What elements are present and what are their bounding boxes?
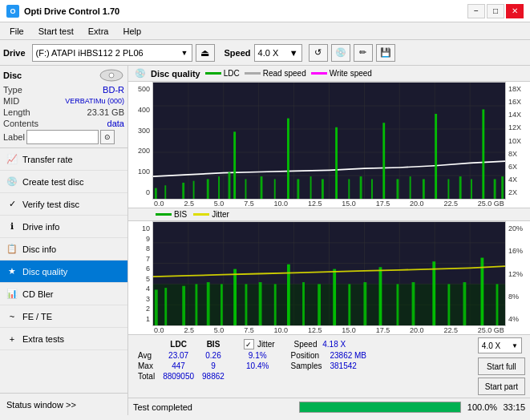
disc-mid-label: MID: [3, 96, 19, 106]
sidebar-item-create-test-disc[interactable]: 💿 Create test disc: [0, 171, 127, 193]
speed-selector[interactable]: 4.0 X ▼: [254, 44, 302, 62]
jitter-label: Jitter: [257, 340, 275, 349]
sidebar-item-drive-info-label: Drive info: [22, 222, 59, 232]
total-row-label: Total: [135, 372, 158, 381]
max-jitter-value: 10.4%: [237, 361, 278, 370]
svg-rect-41: [459, 176, 462, 199]
sidebar-item-verify-test-disc[interactable]: ✓ Verify test disc: [0, 193, 127, 216]
bottom-chart-area: [152, 221, 506, 326]
speed-combo-control[interactable]: 4.0 X ▼: [478, 337, 522, 353]
menu-start-test[interactable]: Start test: [32, 25, 80, 38]
disc-type-value: BD-R: [103, 85, 124, 95]
sidebar-item-extra-tests[interactable]: + Extra tests: [0, 328, 127, 350]
legend-bis-color: [156, 213, 172, 216]
disc-label-input[interactable]: [26, 130, 99, 144]
legend-write-speed-color: [311, 72, 327, 75]
svg-rect-43: [482, 109, 484, 199]
start-part-button[interactable]: Start part: [478, 378, 525, 395]
label-browse-button[interactable]: ⊙: [100, 130, 115, 144]
svg-rect-60: [153, 284, 505, 325]
status-window-label: Status window >>: [6, 400, 76, 410]
drive-toolbar: Drive (F:) ATAPI iHBS112 2 PL06 ▼ ⏏ Spee…: [0, 40, 530, 66]
svg-rect-84: [496, 284, 499, 325]
eject-icon: ⏏: [200, 47, 209, 59]
disc-info-panel: Disc Type BD-R MID VERBATIMu (000) Lengt…: [0, 66, 127, 148]
disc-contents-field: Contents data: [3, 119, 124, 128]
speed-label: Speed: [225, 48, 251, 58]
sidebar-item-disc-quality[interactable]: ★ Disc quality: [0, 260, 127, 283]
sidebar-item-fe-te[interactable]: ~ FE / TE: [0, 305, 127, 328]
sidebar-item-disc-info[interactable]: 📋 Disc info: [0, 238, 127, 260]
svg-rect-26: [274, 179, 276, 199]
svg-rect-18: [182, 183, 184, 199]
save-icon: 💾: [380, 47, 391, 58]
legend-read-speed-color: [245, 72, 261, 75]
svg-rect-62: [164, 288, 167, 325]
minimize-button[interactable]: −: [467, 4, 485, 18]
disc-button[interactable]: 💿: [331, 44, 350, 62]
menu-help[interactable]: Help: [116, 25, 148, 38]
sidebar-item-drive-info[interactable]: ℹ Drive info: [0, 216, 127, 238]
svg-rect-27: [287, 119, 289, 199]
svg-rect-82: [463, 282, 467, 325]
max-row-label: Max: [135, 361, 158, 370]
svg-rect-65: [207, 282, 210, 325]
write-button[interactable]: ✏: [354, 44, 373, 62]
app-icon: O: [6, 5, 19, 18]
status-text: Test completed: [133, 402, 294, 412]
sidebar-item-verify-test-disc-label: Verify test disc: [22, 200, 79, 209]
svg-rect-36: [396, 179, 399, 199]
disc-quality-icon: ★: [6, 266, 18, 277]
disc-contents-label: Contents: [3, 119, 38, 128]
menu-file[interactable]: File: [3, 25, 30, 38]
legend-bis-label: BIS: [174, 210, 187, 219]
start-full-button[interactable]: Start full: [478, 357, 525, 375]
svg-rect-32: [348, 179, 350, 199]
status-window-button[interactable]: Status window >>: [0, 393, 127, 415]
speed-combo-value: 4.0 X: [482, 341, 500, 350]
bottom-chart-x-labels: 0.0 2.5 5.0 7.5 10.0 12.5 15.0 17.5 20.0…: [152, 326, 506, 334]
ldc-column-header: LDC: [160, 339, 197, 349]
disc-mid-field: MID VERBATIMu (000): [3, 96, 124, 106]
svg-rect-21: [218, 176, 220, 199]
eject-button[interactable]: ⏏: [196, 44, 215, 62]
elapsed-time: 33:15: [503, 402, 525, 412]
title-bar-left: O Opti Drive Control 1.70: [6, 5, 119, 18]
menu-extra[interactable]: Extra: [82, 25, 115, 38]
disc-mid-value: VERBATIMu (000): [65, 97, 124, 105]
svg-rect-80: [432, 261, 435, 325]
svg-rect-35: [382, 123, 385, 199]
svg-rect-69: [259, 282, 262, 325]
close-button[interactable]: ✕: [506, 4, 524, 18]
disc-panel-header: Disc: [3, 69, 124, 82]
jitter-section: ✓ Jitter: [244, 339, 275, 349]
stats-area: LDC BIS ✓ Jitter Speed 4.18 X: [128, 334, 530, 398]
menu-bar: File Start test Extra Help: [0, 22, 530, 40]
save-button[interactable]: 💾: [376, 44, 395, 62]
jitter-checkbox[interactable]: ✓: [244, 339, 254, 349]
legend-ldc: LDC: [205, 69, 240, 78]
refresh-button[interactable]: ↺: [309, 44, 328, 62]
drive-selector[interactable]: (F:) ATAPI iHBS112 2 PL06 ▼: [32, 44, 192, 62]
sidebar-item-disc-info-label: Disc info: [22, 244, 56, 254]
top-chart-area: [152, 82, 506, 200]
disc-contents-value: data: [107, 119, 124, 128]
stats-table: LDC BIS ✓ Jitter Speed 4.18 X: [133, 337, 371, 382]
legend-read-speed: Read speed: [245, 69, 306, 78]
drive-value: (F:) ATAPI iHBS112 2 PL06: [36, 48, 144, 58]
sidebar-item-cd-bler[interactable]: 📊 CD Bler: [0, 283, 127, 305]
position-value: 23862 MB: [326, 351, 370, 360]
svg-rect-45: [501, 176, 504, 199]
sidebar-item-transfer-rate[interactable]: 📈 Transfer rate: [0, 148, 127, 171]
svg-rect-25: [261, 176, 263, 199]
speed-label-stat: Speed: [294, 340, 318, 349]
avg-row-label: Avg: [135, 351, 158, 360]
svg-rect-42: [471, 179, 472, 199]
svg-rect-40: [447, 179, 449, 199]
svg-rect-76: [363, 282, 366, 325]
disc-image-icon: [99, 69, 124, 82]
legend-jitter-color: [193, 213, 209, 216]
disc-quality-header-icon: 💿: [135, 68, 146, 79]
svg-rect-79: [412, 282, 415, 325]
maximize-button[interactable]: □: [487, 4, 504, 18]
